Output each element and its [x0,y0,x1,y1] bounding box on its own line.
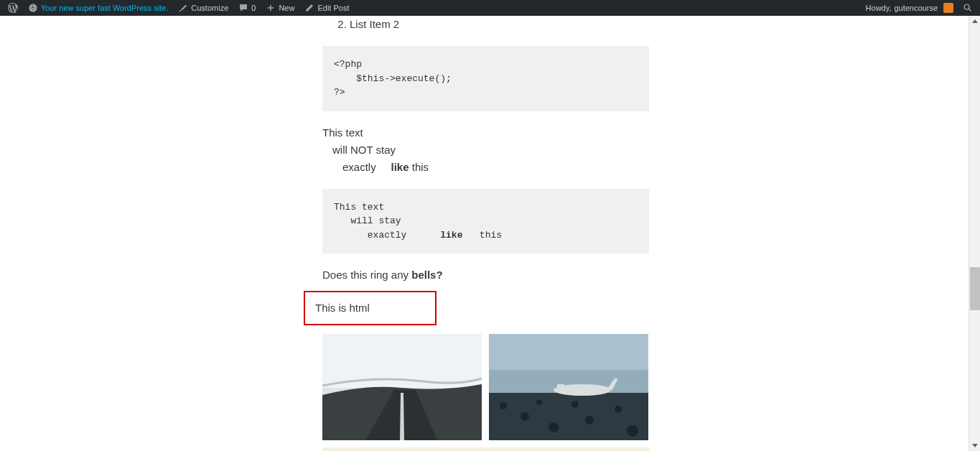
scroll-down-arrow[interactable] [969,440,980,451]
svg-point-8 [585,416,594,424]
code-block-php: <?php $this->execute(); ?> [322,46,649,111]
howdy-prefix: Howdy, [866,4,892,12]
search-menu[interactable] [958,0,977,16]
gallery [322,334,649,451]
gallery-image-2 [489,334,648,440]
pencil-icon [304,3,314,13]
paragraph-bells: Does this ring any bells? [322,266,649,284]
svg-point-12 [571,401,579,408]
page-viewport: List Item 2 <?php $this->execute(); ?> T… [0,16,980,451]
svg-point-5 [500,402,507,409]
comment-icon [238,3,248,13]
search-icon [963,3,973,13]
dashboard-icon [28,3,38,13]
wordpress-icon [8,3,18,13]
svg-point-6 [521,412,529,421]
svg-point-11 [536,399,542,405]
ordered-list: List Item 2 [322,16,649,33]
svg-point-9 [615,406,622,413]
gallery-image-3 [322,447,649,451]
html-block-highlight: This is html [304,291,437,325]
svg-rect-4 [489,393,648,440]
svg-point-7 [549,422,559,432]
svg-rect-15 [322,447,649,451]
customize-label: Customize [191,4,228,12]
scrollbar-track[interactable] [969,16,980,451]
new-content-menu[interactable]: New [261,0,299,16]
howdy-menu[interactable]: Howdy, gutencourse [861,0,958,16]
paragraph: This text will NOT stay exactly like thi… [322,124,649,176]
wp-logo-menu[interactable] [3,0,23,16]
brush-icon [178,3,188,13]
html-block-text: This is html [315,302,370,314]
new-label: New [279,4,294,12]
comments-menu[interactable]: 0 [233,0,261,16]
customize-menu[interactable]: Customize [173,0,233,16]
site-title: Your new super fast WordPress site. [41,4,168,12]
admin-bar-left: Your new super fast WordPress site. Cust… [3,0,354,16]
scroll-up-arrow[interactable] [969,16,980,27]
admin-bar-right: Howdy, gutencourse [861,0,977,16]
svg-rect-14 [557,384,564,391]
edit-post-menu[interactable]: Edit Post [299,0,354,16]
code-block-pre: This text will stay exactly like this [322,189,649,254]
plus-icon [266,3,276,13]
avatar [943,3,953,13]
list-item: List Item 2 [350,16,649,33]
gallery-image-1 [322,334,482,440]
post-content: List Item 2 <?php $this->execute(); ?> T… [322,16,649,451]
site-name-menu[interactable]: Your new super fast WordPress site. [23,0,173,16]
edit-label: Edit Post [317,4,349,12]
user-name: gutencourse [894,4,938,12]
scrollbar-thumb[interactable] [970,267,980,310]
svg-point-10 [627,425,638,437]
admin-bar: Your new super fast WordPress site. Cust… [0,0,980,16]
comment-count: 0 [251,4,256,12]
